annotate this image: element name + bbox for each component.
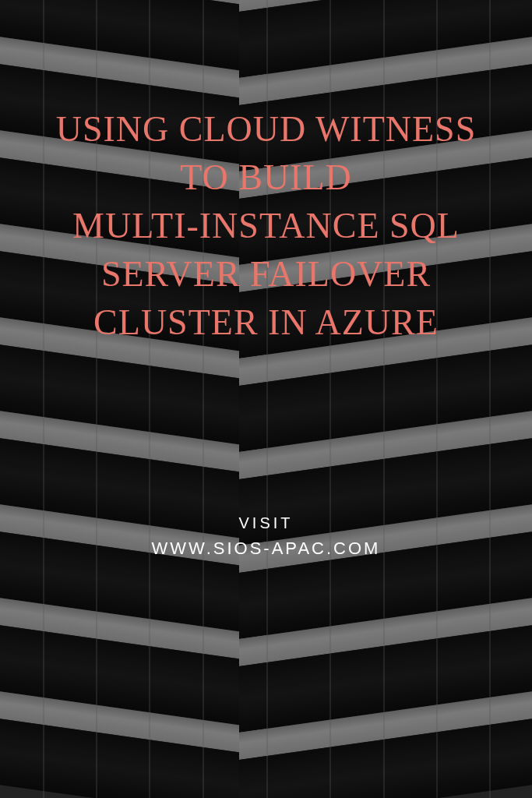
visit-label: VISIT <box>152 514 381 532</box>
title-line-4: SERVER FAILOVER <box>101 254 431 294</box>
title-line-1: USING CLOUD WITNESS <box>56 109 477 149</box>
title-line-3: MULTI-INSTANCE SQL <box>72 206 460 245</box>
visit-url: WWW.SIOS-APAC.COM <box>152 538 381 559</box>
title-line-5: CLUSTER IN AZURE <box>93 302 439 342</box>
title-line-2: TO BUILD <box>180 157 352 197</box>
main-title: USING CLOUD WITNESS TO BUILD MULTI-INSTA… <box>56 105 477 347</box>
visit-section: VISIT WWW.SIOS-APAC.COM <box>152 514 381 559</box>
content-container: USING CLOUD WITNESS TO BUILD MULTI-INSTA… <box>0 0 532 798</box>
